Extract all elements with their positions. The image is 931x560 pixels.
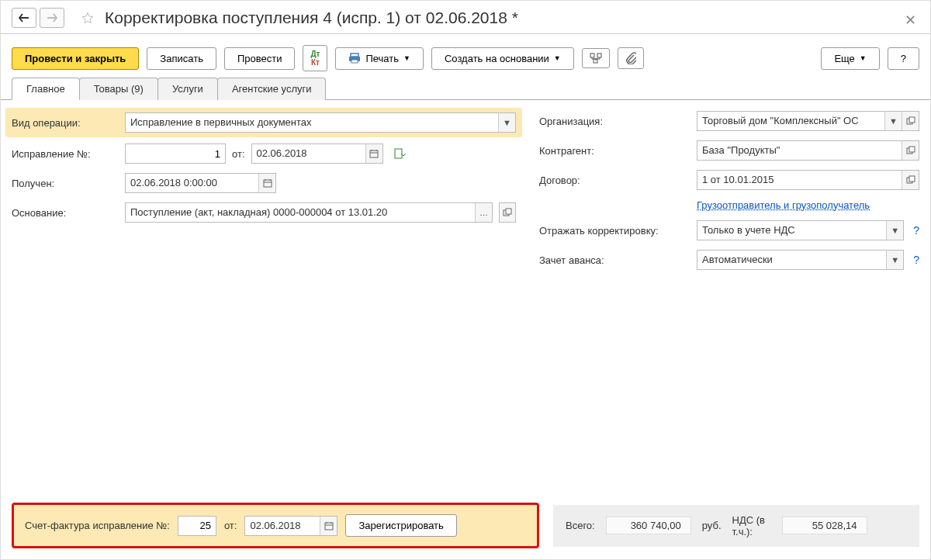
help-button[interactable]: ?	[888, 47, 919, 70]
write-button[interactable]: Записать	[147, 47, 216, 70]
arrow-left-icon	[19, 13, 29, 22]
corr-no-input[interactable]	[125, 143, 226, 164]
svg-rect-12	[909, 117, 915, 123]
open-icon[interactable]	[902, 171, 919, 189]
counterparty-input[interactable]: База "Продукты"	[697, 140, 919, 161]
chevron-down-icon: ▼	[554, 54, 561, 62]
tab-agent-services[interactable]: Агентские услуги	[217, 78, 327, 100]
chevron-down-icon[interactable]: ▼	[884, 112, 902, 130]
arrow-right-icon	[47, 13, 57, 22]
star-icon	[81, 9, 94, 26]
basis-value: Поступление (акт, накладная) 0000-000004…	[126, 203, 475, 222]
svg-rect-3	[590, 54, 594, 57]
post-and-close-button[interactable]: Провести и закрыть	[12, 47, 139, 70]
corr-from-label: от:	[232, 148, 245, 160]
open-icon[interactable]	[902, 141, 919, 160]
tab-services[interactable]: Услуги	[157, 78, 218, 100]
structure-button[interactable]	[582, 48, 610, 68]
attach-button[interactable]	[618, 47, 644, 69]
reflect-value: Только в учете НДС	[697, 221, 886, 240]
corr-date-value: 02.06.2018	[252, 144, 365, 163]
vat-label: НДС (в т.ч.):	[732, 514, 771, 538]
shipper-link[interactable]: Грузоотправитель и грузополучатель	[697, 199, 870, 211]
nav-back-button[interactable]	[12, 8, 36, 28]
org-label: Организация:	[539, 116, 690, 127]
tabs-bar: Главное Товары (9) Услуги Агентские услу…	[1, 78, 930, 100]
svg-rect-17	[325, 523, 333, 530]
invoice-correction-box: Счет-фактура исправление №: от: 02.06.20…	[12, 503, 539, 548]
chevron-down-icon[interactable]: ▼	[498, 113, 515, 132]
basis-label: Основание:	[12, 207, 119, 219]
tab-main[interactable]: Главное	[12, 78, 80, 100]
post-button[interactable]: Провести	[224, 47, 296, 70]
sf-date-input[interactable]: 02.06.2018	[244, 516, 337, 536]
dt-kt-button[interactable]: ДтКт	[303, 45, 327, 71]
process-button[interactable]	[389, 146, 410, 161]
sf-from-label: от:	[224, 520, 237, 531]
chevron-down-icon: ▼	[860, 54, 867, 62]
received-input[interactable]: 02.06.2018 0:00:00	[125, 173, 276, 193]
paperclip-icon	[625, 52, 636, 64]
open-icon	[503, 208, 512, 217]
nav-forward-button[interactable]	[40, 8, 64, 28]
contract-label: Договор:	[539, 175, 690, 186]
more-button[interactable]: Еще ▼	[821, 47, 879, 70]
svg-rect-6	[370, 150, 378, 157]
svg-rect-16	[909, 176, 915, 181]
op-type-value: Исправление в первичных документах	[126, 113, 498, 132]
more-label: Еще	[834, 53, 854, 64]
sf-date-value: 02.06.2018	[245, 517, 320, 535]
received-label: Получен:	[12, 178, 119, 189]
received-value: 02.06.2018 0:00:00	[126, 174, 258, 192]
help-icon[interactable]: ?	[913, 224, 919, 237]
vat-value: 55 028,14	[782, 517, 867, 534]
close-icon: ✕	[905, 12, 916, 28]
help-icon[interactable]: ?	[913, 254, 919, 266]
chevron-down-icon: ▼	[403, 54, 410, 62]
register-button[interactable]: Зарегистрировать	[345, 514, 456, 537]
print-button-label: Печать	[365, 53, 399, 64]
svg-rect-10	[506, 209, 511, 214]
favorite-star-button[interactable]	[77, 7, 99, 29]
advance-value: Автоматически	[697, 251, 886, 269]
basis-input[interactable]: Поступление (акт, накладная) 0000-000004…	[125, 202, 493, 223]
advance-select[interactable]: Автоматически ▼	[697, 250, 904, 270]
open-icon[interactable]	[902, 112, 919, 130]
corr-no-label: Исправление №:	[12, 148, 119, 160]
contract-input[interactable]: 1 от 10.01.2015	[697, 170, 919, 190]
svg-rect-0	[351, 54, 358, 57]
calendar-icon[interactable]	[320, 517, 337, 535]
svg-rect-14	[909, 147, 915, 152]
printer-icon	[348, 53, 361, 64]
totals-panel: Всего: 360 740,00 руб. НДС (в т.ч.): 55 …	[553, 505, 919, 547]
tree-icon	[590, 53, 602, 64]
op-type-select[interactable]: Исправление в первичных документах ▼	[125, 112, 516, 133]
reflect-label: Отражать корректировку:	[539, 225, 690, 237]
calendar-icon[interactable]	[258, 174, 275, 192]
svg-rect-7	[395, 149, 402, 158]
close-button[interactable]: ✕	[902, 9, 919, 32]
open-basis-button[interactable]	[499, 202, 516, 223]
advance-label: Зачет аванса:	[539, 254, 690, 266]
total-label: Всего:	[566, 520, 595, 531]
dt-kt-icon: ДтКт	[310, 50, 320, 67]
create-based-button[interactable]: Создать на основании ▼	[431, 47, 574, 70]
print-button[interactable]: Печать ▼	[335, 47, 424, 70]
svg-rect-8	[264, 180, 272, 187]
chevron-down-icon[interactable]: ▼	[886, 221, 903, 240]
sf-label: Счет-фактура исправление №:	[25, 520, 170, 531]
total-value: 360 740,00	[606, 517, 691, 534]
tab-goods[interactable]: Товары (9)	[79, 78, 158, 100]
chevron-down-icon[interactable]: ▼	[886, 251, 903, 269]
ellipsis-icon[interactable]: …	[475, 203, 492, 222]
org-value: Торговый дом "Комплексный" ОС	[697, 112, 884, 130]
calendar-icon[interactable]	[365, 144, 382, 163]
counterparty-value: База "Продукты"	[697, 141, 902, 160]
corr-date-input[interactable]: 02.06.2018	[251, 143, 383, 164]
org-input[interactable]: Торговый дом "Комплексный" ОС ▼	[697, 111, 919, 131]
reflect-select[interactable]: Только в учете НДС ▼	[697, 220, 904, 240]
svg-rect-4	[597, 54, 601, 57]
sf-number-input[interactable]	[178, 516, 216, 536]
counterparty-label: Контрагент:	[539, 145, 690, 157]
contract-value: 1 от 10.01.2015	[697, 171, 902, 189]
